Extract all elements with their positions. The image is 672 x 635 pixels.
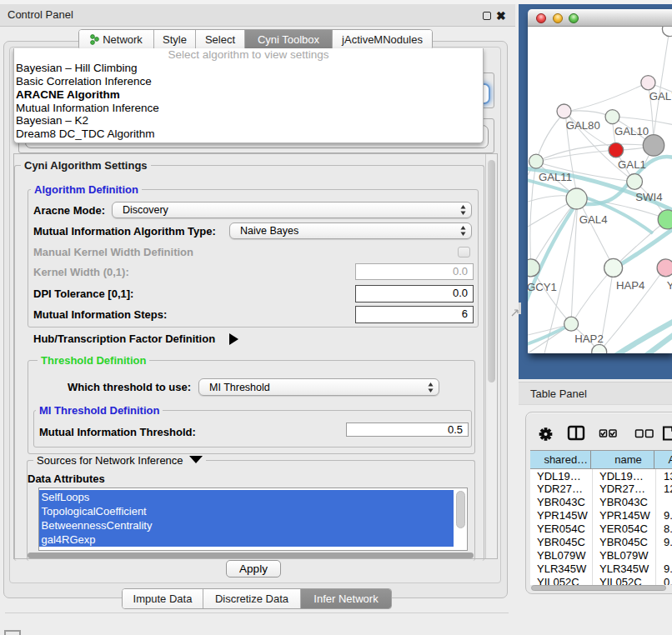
svg-text:GAL1: GAL1 — [618, 158, 646, 171]
svg-text:HAP2: HAP2 — [574, 332, 603, 345]
svg-text:HAP4: HAP4 — [616, 279, 644, 292]
svg-text:SWI4: SWI4 — [635, 191, 662, 203]
svg-text:GCY1: GCY1 — [528, 281, 557, 293]
svg-text:GAL80: GAL80 — [566, 119, 600, 132]
svg-text:Y: Y — [667, 279, 672, 292]
svg-text:GAL10: GAL10 — [614, 125, 649, 138]
svg-text:GAL11: GAL11 — [539, 171, 572, 183]
svg-text:GAL7: GAL7 — [649, 90, 672, 102]
svg-text:GAL4: GAL4 — [579, 213, 608, 226]
